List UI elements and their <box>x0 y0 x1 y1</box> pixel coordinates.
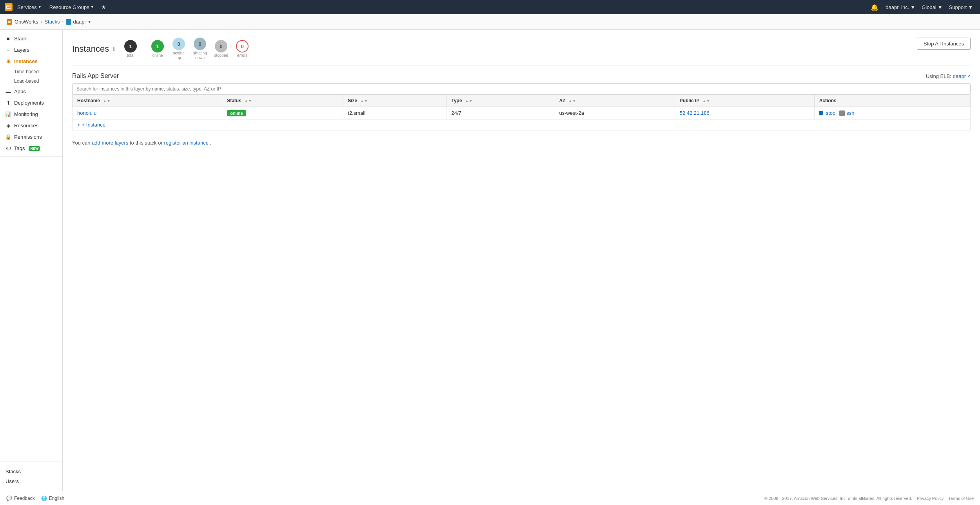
add-layers-link[interactable]: add more layers <box>92 140 128 146</box>
cell-size: t2.small <box>343 107 446 119</box>
instances-icon: ⊞ <box>5 59 11 64</box>
svg-point-2 <box>8 21 11 23</box>
sidebar-item-instances[interactable]: ⊞ Instances <box>0 56 62 67</box>
instance-search-input[interactable] <box>72 83 971 94</box>
breadcrumb-sep-1: › <box>40 19 42 25</box>
sidebar-item-layers[interactable]: ≡ Layers <box>0 44 62 56</box>
sidebar-divider <box>0 156 62 157</box>
stat-label-shutting-down: shuttingdown <box>193 51 207 60</box>
region-menu[interactable]: Global ▼ <box>919 4 945 10</box>
sidebar-item-tags[interactable]: 🏷 Tags NEW <box>0 143 62 154</box>
public-ip-link[interactable]: 52.42.21.186 <box>680 110 710 116</box>
sidebar-item-stacks-global[interactable]: Stacks <box>5 467 57 476</box>
monitoring-icon: 📊 <box>5 112 11 117</box>
add-instance-link[interactable]: + + Instance <box>77 122 965 128</box>
info-icon[interactable]: ℹ <box>113 46 115 52</box>
cell-az: us-west-2a <box>554 107 675 119</box>
resources-icon: ◈ <box>5 123 11 129</box>
sidebar-item-users[interactable]: Users <box>5 476 57 486</box>
cell-actions: stop ssh <box>814 107 970 119</box>
sidebar: ■ Stack ≡ Layers ⊞ Instances Time-based … <box>0 30 63 491</box>
breadcrumb-opsworks: OpsWorks <box>6 19 38 25</box>
cell-status: online <box>222 107 343 119</box>
sort-hostname-icon: ▲▼ <box>103 99 111 103</box>
layer-elb-link[interactable]: daapr ↗ <box>953 73 971 79</box>
region-caret: ▼ <box>938 4 943 10</box>
sidebar-item-deployments[interactable]: ⬆ Deployments <box>0 97 62 109</box>
stat-online: 1 online <box>149 40 166 58</box>
instances-table: Hostname ▲▼ Status ▲▼ Size ▲▼ Type ▲▼ AZ… <box>72 94 971 130</box>
sidebar-item-stack[interactable]: ■ Stack <box>0 33 62 44</box>
support-caret: ▼ <box>968 4 973 10</box>
table-row: honolulu online t2.small 24/7 us-west-2a… <box>73 107 971 119</box>
feedback-button[interactable]: 💬 Feedback <box>6 496 35 501</box>
layers-icon: ≡ <box>5 47 11 53</box>
deployments-icon: ⬆ <box>5 100 11 106</box>
action-stop-link[interactable]: stop <box>826 110 836 116</box>
col-size[interactable]: Size ▲▼ <box>343 95 446 107</box>
support-menu[interactable]: Support ▼ <box>947 4 975 10</box>
col-status[interactable]: Status ▲▼ <box>222 95 343 107</box>
tags-icon: 🏷 <box>5 146 11 151</box>
sidebar-item-load-based[interactable]: Load-based <box>0 76 62 86</box>
stat-circle-stopped: 0 <box>215 40 227 52</box>
bottom-text: You can add more layers to this stack or… <box>72 140 971 146</box>
breadcrumb-stacks-link[interactable]: Stacks <box>44 19 60 25</box>
footer-copyright: © 2008 - 2017, Amazon Web Services, Inc.… <box>764 496 974 501</box>
layer-header: Rails App Server Using ELB: daapr ↗ <box>72 72 971 80</box>
layer-section: Rails App Server Using ELB: daapr ↗ Host… <box>72 72 971 130</box>
sidebar-item-permissions[interactable]: 🔒 Permissions <box>0 131 62 143</box>
terms-of-use-link[interactable]: Terms of Use <box>948 496 974 501</box>
stat-label-total: total <box>127 53 134 58</box>
stop-all-button[interactable]: Stop All Instances <box>917 38 971 50</box>
stat-circle-errors: 0 <box>236 40 249 52</box>
resource-groups-menu[interactable]: Resource Groups ▼ <box>46 0 97 14</box>
cell-public-ip: 52.42.21.186 <box>675 107 814 119</box>
sort-type-icon: ▲▼ <box>465 99 473 103</box>
aws-logo <box>5 3 13 11</box>
stop-icon <box>819 111 823 115</box>
stat-label-errors: errors <box>237 53 247 58</box>
notifications-bell[interactable]: 🔔 <box>867 4 882 11</box>
stat-label-setting-up: settingup <box>173 51 184 60</box>
hostname-link[interactable]: honolulu <box>77 110 96 116</box>
col-hostname[interactable]: Hostname ▲▼ <box>73 95 222 107</box>
breadcrumb-stack-item[interactable]: daapr ▼ <box>66 19 91 25</box>
permissions-icon: 🔒 <box>5 134 11 140</box>
privacy-policy-link[interactable]: Privacy Policy <box>917 496 944 501</box>
action-ssh-link[interactable]: ssh <box>846 110 854 116</box>
stack-icon: ■ <box>5 36 11 42</box>
sidebar-item-time-based[interactable]: Time-based <box>0 67 62 76</box>
stat-total: 1 total <box>122 40 139 58</box>
stat-label-online: online <box>152 53 163 58</box>
breadcrumb: OpsWorks › Stacks › daapr ▼ <box>0 14 980 30</box>
cell-hostname: honolulu <box>73 107 222 119</box>
breadcrumb-sep-2: › <box>62 19 64 25</box>
favorites-star[interactable]: ★ <box>99 4 109 10</box>
col-public-ip[interactable]: Public IP ▲▼ <box>675 95 814 107</box>
cell-type: 24/7 <box>446 107 554 119</box>
stat-errors: 0 errors <box>234 40 251 58</box>
language-selector[interactable]: 🌐 English <box>41 496 64 501</box>
status-badge: online <box>227 110 246 116</box>
sidebar-item-apps[interactable]: ▬ Apps <box>0 86 62 97</box>
col-az[interactable]: AZ ▲▼ <box>554 95 675 107</box>
col-type[interactable]: Type ▲▼ <box>446 95 554 107</box>
register-instance-link[interactable]: register an instance <box>164 140 208 146</box>
services-menu[interactable]: Services ▼ <box>14 0 45 14</box>
page-title: Instances <box>72 44 109 54</box>
stat-shutting-down: 0 shuttingdown <box>191 38 209 60</box>
external-link-icon: ↗ <box>967 74 971 79</box>
stat-divider <box>144 41 144 57</box>
stat-label-stopped: stopped <box>214 53 228 58</box>
main-content: Instances ℹ 1 total 1 online <box>63 30 980 491</box>
user-menu[interactable]: daapr, inc. ▼ <box>883 4 918 10</box>
stat-circle-total: 1 <box>124 40 137 52</box>
col-actions: Actions <box>814 95 970 107</box>
sidebar-item-monitoring[interactable]: 📊 Monitoring <box>0 109 62 120</box>
sort-az-icon: ▲▼ <box>568 99 576 103</box>
sidebar-item-resources[interactable]: ◈ Resources <box>0 120 62 131</box>
section-divider <box>72 65 971 65</box>
sort-ip-icon: ▲▼ <box>702 99 710 103</box>
apps-icon: ▬ <box>5 89 11 94</box>
